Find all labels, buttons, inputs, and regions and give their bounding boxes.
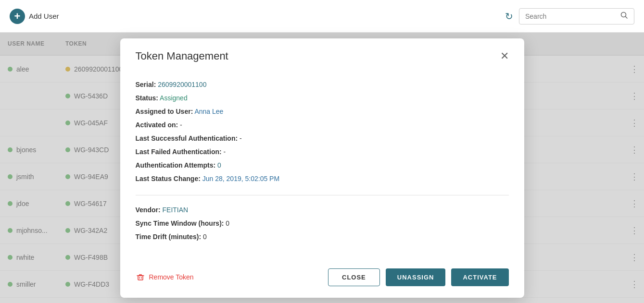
footer-right-buttons: CLOSE UNASSIGN ACTIVATE bbox=[328, 268, 509, 286]
drift-label: Time Drift (minutes): bbox=[136, 233, 202, 241]
refresh-icon: ↻ bbox=[505, 11, 513, 22]
unassign-button[interactable]: UNASSIGN bbox=[386, 268, 446, 286]
vendor-row: Vendor: FEITIAN bbox=[136, 203, 509, 217]
sync-row: Sync Time Window (hours): 0 bbox=[136, 217, 509, 230]
activated-label: Activated on: bbox=[136, 121, 178, 129]
serial-value: 2609920001100 bbox=[158, 81, 206, 88]
refresh-button[interactable]: ↻ bbox=[505, 11, 513, 22]
sync-value: 0 bbox=[226, 219, 229, 227]
assigned-user-label: Assigned to User: bbox=[136, 108, 193, 115]
assigned-user-row: Assigned to User: Anna Lee bbox=[136, 105, 509, 118]
auth-attempts-value: 0 bbox=[217, 161, 221, 169]
search-button[interactable] bbox=[620, 12, 628, 21]
last-failed-row: Last Failed Authentication: - bbox=[136, 145, 509, 158]
search-icon bbox=[620, 12, 628, 19]
drift-value: 0 bbox=[203, 233, 207, 241]
sync-label: Sync Time Window (hours): bbox=[136, 219, 224, 227]
activated-value: - bbox=[180, 121, 182, 129]
status-row: Status: Assigned bbox=[136, 91, 509, 105]
last-success-row: Last Successful Authentication: - bbox=[136, 132, 509, 145]
svg-line-1 bbox=[626, 16, 628, 18]
modal-overlay: Token Management ✕ Serial: 2609920001100… bbox=[0, 33, 644, 303]
status-label: Status: bbox=[136, 94, 158, 102]
search-input[interactable] bbox=[525, 12, 620, 20]
top-right-controls: ↻ bbox=[505, 8, 634, 24]
modal-body: Serial: 2609920001100 Status: Assigned A… bbox=[120, 70, 524, 261]
last-status-label: Last Status Change: bbox=[136, 175, 201, 182]
last-success-value: - bbox=[240, 134, 242, 142]
modal-title: Token Management bbox=[136, 50, 228, 62]
last-success-label: Last Successful Authentication: bbox=[136, 134, 238, 142]
last-failed-label: Last Failed Authentication: bbox=[136, 148, 222, 156]
vendor-label: Vendor: bbox=[136, 206, 161, 214]
status-value: Assigned bbox=[160, 94, 188, 102]
info-section-vendor: Vendor: FEITIAN Sync Time Window (hours)… bbox=[136, 203, 509, 243]
serial-row: Serial: 2609920001100 bbox=[136, 78, 509, 91]
info-section-details: Serial: 2609920001100 Status: Assigned A… bbox=[136, 78, 509, 185]
trash-icon bbox=[136, 272, 145, 282]
remove-token-button[interactable]: Remove Token bbox=[136, 272, 194, 282]
modal-footer: Remove Token CLOSE UNASSIGN ACTIVATE bbox=[120, 261, 524, 298]
assigned-user-value: Anna Lee bbox=[194, 108, 223, 115]
svg-rect-2 bbox=[138, 276, 143, 280]
activated-row: Activated on: - bbox=[136, 118, 509, 132]
vendor-value: FEITIAN bbox=[163, 206, 189, 214]
last-failed-value: - bbox=[224, 148, 226, 156]
last-status-row: Last Status Change: Jun 28, 2019, 5:02:0… bbox=[136, 172, 509, 185]
table-area: USER NAME TOKEN alee 2609920001100 HARDW… bbox=[0, 33, 644, 303]
add-user-button[interactable]: + Add User bbox=[10, 9, 59, 24]
token-management-modal: Token Management ✕ Serial: 2609920001100… bbox=[120, 38, 524, 298]
section-divider bbox=[136, 195, 509, 195]
modal-close-button[interactable]: ✕ bbox=[500, 51, 509, 61]
drift-row: Time Drift (minutes): 0 bbox=[136, 230, 509, 243]
add-user-label: Add User bbox=[29, 12, 59, 20]
auth-attempts-row: Authentication Attempts: 0 bbox=[136, 158, 509, 172]
last-status-value: Jun 28, 2019, 5:02:05 PM bbox=[202, 175, 279, 182]
search-container bbox=[519, 8, 634, 24]
activate-button[interactable]: ACTIVATE bbox=[451, 268, 508, 286]
add-user-icon: + bbox=[10, 9, 25, 24]
remove-token-label: Remove Token bbox=[149, 273, 194, 281]
serial-label: Serial: bbox=[136, 81, 156, 88]
auth-attempts-label: Authentication Attempts: bbox=[136, 161, 216, 169]
close-button[interactable]: CLOSE bbox=[328, 268, 380, 286]
modal-header: Token Management ✕ bbox=[120, 38, 524, 70]
